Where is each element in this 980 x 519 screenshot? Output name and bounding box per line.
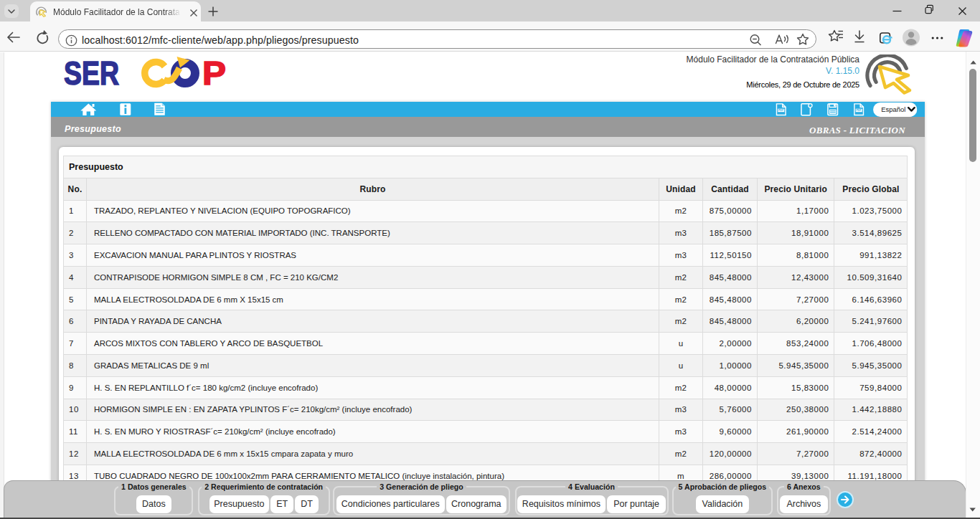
svg-text:P: P <box>202 56 226 90</box>
svg-text:PDF: PDF <box>856 109 862 112</box>
svg-text:Español: Español <box>881 105 905 113</box>
svg-text:SER: SER <box>64 56 119 90</box>
svg-text:PDF: PDF <box>778 109 784 112</box>
